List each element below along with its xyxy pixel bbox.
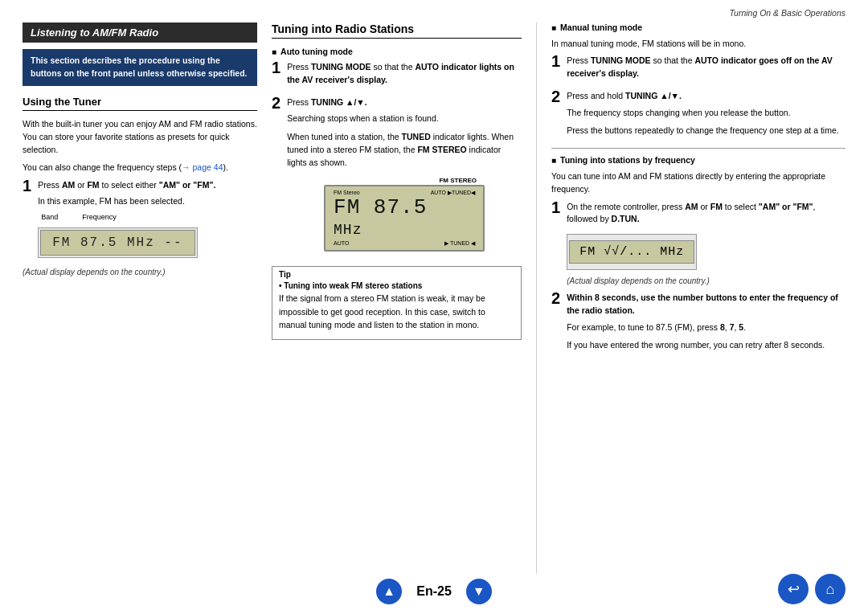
left-column: Listening to AM/FM Radio This section de…: [23, 23, 272, 574]
freq-step-2-num: 2: [551, 290, 560, 306]
next-page-button[interactable]: ▼: [466, 579, 492, 604]
right-step-2-body1: The frequency stops changing when you re…: [567, 106, 845, 119]
step-1-number: 1: [23, 178, 31, 194]
prev-page-button[interactable]: ▲: [376, 579, 402, 604]
freq-entry-display: FM √√/... MHz: [567, 234, 697, 270]
right-step-2-content: Press and hold TUNING ▲/▼. The frequency…: [567, 90, 845, 141]
tip-box: Tip • Tuning into weak FM stereo station…: [272, 266, 522, 340]
frequency-display: FM 87.5 MHz --: [38, 227, 197, 258]
search-note: Searching stops when a station is found.: [287, 112, 522, 125]
freq-entry-text: FM √√/... MHz: [569, 240, 694, 264]
freq-step-1-content: On the remote controller, press AM or FM…: [567, 201, 845, 286]
section-divider: [551, 148, 845, 149]
tip-subtitle: • Tuning into weak FM stereo stations: [279, 281, 514, 290]
back-button[interactable]: ↩: [778, 574, 809, 604]
right-step-2-num: 2: [551, 88, 560, 104]
page-link[interactable]: → page 44: [182, 162, 223, 172]
auto-mode-label: Auto tuning mode: [272, 47, 522, 56]
tip-body: If the signal from a stereo FM station i…: [279, 292, 514, 331]
fm-screen: FM Stereo AUTO ▶TUNED◀ FM 87.5MHz AUTO ▶…: [324, 185, 485, 252]
fm-display: FM STEREO FM Stereo AUTO ▶TUNED◀ FM 87.5…: [324, 177, 485, 252]
using-tuner-title: Using the Tuner: [23, 96, 257, 111]
fm-header: FM STEREO: [324, 177, 485, 184]
mid-step-2-num: 2: [272, 95, 280, 111]
prev-arrow-icon: ▲: [383, 584, 395, 599]
mid-step-2: 2 Press TUNING ▲/▼. Searching stops when…: [272, 96, 522, 260]
right-step-1-content: Press TUNING MODE so that the AUTO indic…: [567, 55, 845, 84]
tuned-note: When tuned into a station, the TUNED ind…: [287, 130, 522, 170]
right-step-1: 1 Press TUNING MODE so that the AUTO ind…: [551, 55, 845, 84]
info-box: This section describes the procedure usi…: [23, 49, 257, 86]
tip-title: Tip: [279, 270, 514, 279]
mid-step-1-text: Press TUNING MODE so that the AUTO indic…: [287, 61, 522, 87]
right-step-1-text: Press TUNING MODE so that the AUTO indic…: [567, 55, 845, 80]
right-step-2-text: Press and hold TUNING ▲/▼.: [567, 90, 845, 103]
fm-bottom: AUTO ▶ TUNED ◀: [334, 240, 475, 247]
fm-auto-label: AUTO: [334, 240, 349, 247]
mid-step-1-content: Press TUNING MODE so that the AUTO indic…: [287, 61, 522, 90]
step-1-instruction: Press AM or FM to select either "AM" or …: [38, 179, 257, 192]
fm-freq-text: FM 87.5MHz: [334, 197, 475, 239]
back-icon: ↩: [788, 580, 800, 598]
freq-section-label: Tuning into stations by frequency: [551, 155, 845, 165]
bottom-nav: ▲ En-25 ▼ ↩ ⌂: [0, 579, 868, 604]
section-title: Listening to AM/FM Radio: [23, 23, 257, 43]
freq-step-2-text: Within 8 seconds, use the number buttons…: [567, 292, 845, 317]
body-text-1: With the built-in tuner you can enjoy AM…: [23, 117, 257, 157]
mid-step-2-text: Press TUNING ▲/▼.: [287, 96, 522, 109]
step-1-block: 1 Press AM or FM to select either "AM" o…: [23, 179, 257, 261]
nav-right-icons: ↩ ⌂: [778, 574, 845, 604]
home-button[interactable]: ⌂: [815, 574, 845, 604]
display-note: (Actual display depends on the country.): [23, 268, 257, 276]
right-step-1-num: 1: [551, 53, 560, 69]
right-step-2: 2 Press and hold TUNING ▲/▼. The frequen…: [551, 90, 845, 141]
right-step-2-body2: Press the buttons repeatedly to change t…: [567, 124, 845, 137]
freq-step-2-body2: If you have entered the wrong number, yo…: [567, 338, 845, 351]
next-arrow-icon: ▼: [473, 584, 485, 599]
display-labels: Band Frequency: [38, 213, 257, 221]
page-number: En-25: [416, 584, 452, 599]
fm-tuned-label: ▶ TUNED ◀: [444, 240, 475, 247]
tuning-col-title: Tuning into Radio Stations: [272, 23, 522, 39]
manual-body: In manual tuning mode, FM stations will …: [551, 37, 845, 50]
freq-label: Frequency: [82, 213, 117, 221]
body-text-2: You can also change the frequency steps …: [23, 161, 257, 174]
middle-column: Tuning into Radio Stations Auto tuning m…: [272, 23, 537, 574]
band-label: Band: [41, 213, 58, 221]
freq-step-2-body1: For example, to tune to 87.5 (FM), press…: [567, 321, 845, 334]
freq-step-1: 1 On the remote controller, press AM or …: [551, 201, 845, 286]
freq-body: You can tune into AM and FM stations dir…: [551, 170, 845, 196]
page-section-label: Turning On & Basic Operations: [729, 8, 845, 18]
mid-step-1: 1 Press TUNING MODE so that the AUTO ind…: [272, 61, 522, 90]
freq-display-note: (Actual display depends on the country.): [567, 276, 845, 285]
fm-auto-tuned: AUTO ▶TUNED◀: [431, 190, 475, 196]
right-column: Manual tuning mode In manual tuning mode…: [537, 23, 845, 574]
freq-step-1-text: On the remote controller, press AM or FM…: [567, 201, 845, 227]
manual-mode-label: Manual tuning mode: [551, 23, 845, 32]
frequency-display-text: FM 87.5 MHz --: [40, 230, 194, 256]
freq-step-2: 2 Within 8 seconds, use the number butto…: [551, 292, 845, 356]
home-icon: ⌂: [826, 581, 835, 598]
step-1-sub: In this example, FM has been selected.: [38, 194, 257, 207]
freq-step-1-num: 1: [551, 199, 560, 215]
mid-step-2-content: Press TUNING ▲/▼. Searching stops when a…: [287, 96, 522, 260]
mid-step-1-num: 1: [272, 59, 280, 76]
freq-step-2-content: Within 8 seconds, use the number buttons…: [567, 292, 845, 356]
step-1-content: Press AM or FM to select either "AM" or …: [38, 179, 257, 261]
